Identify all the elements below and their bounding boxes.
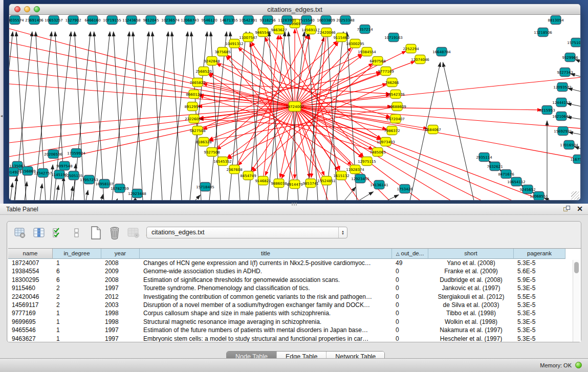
graph-node[interactable]: 9463627	[271, 26, 287, 34]
graph-node[interactable]: 15751074	[567, 38, 581, 47]
column-header-out_de[interactable]: △out_de...	[392, 249, 428, 259]
graph-node[interactable]: 23691406	[25, 16, 43, 25]
graph-node[interactable]: 14035574	[9, 16, 24, 25]
graph-node[interactable]: 20253348	[336, 16, 355, 25]
graph-node[interactable]: 9146821	[255, 177, 271, 185]
graph-node[interactable]: 18300295	[346, 39, 364, 48]
table-selector-dropdown[interactable]: citations_edges.txt ▲▼	[146, 227, 347, 238]
window-titlebar[interactable]: citations_edges.txt	[9, 4, 580, 15]
graph-node[interactable]: 13218506	[534, 28, 552, 37]
graph-node[interactable]: 5827508	[189, 126, 205, 135]
table-row[interactable]: 946362711997Embryonic stem cells: a mode…	[8, 335, 581, 342]
graph-node[interactable]: 2568520	[195, 67, 211, 76]
graph-node[interactable]: 23226058	[185, 115, 203, 123]
float-panel-icon[interactable]	[563, 206, 571, 213]
graph-node[interactable]: 12093572	[553, 83, 572, 92]
graph-node[interactable]: 8660123	[186, 90, 202, 99]
graph-node[interactable]: 11243658	[122, 16, 141, 25]
graph-node[interactable]: 17016504	[560, 141, 578, 149]
graph-node[interactable]: 9684067	[425, 125, 441, 134]
close-panel-icon[interactable]: ✕	[577, 205, 583, 213]
table-row[interactable]: 946554611997Estimation of the future num…	[8, 326, 581, 334]
graph-node[interactable]: 12444153	[552, 98, 571, 107]
graph-node[interactable]: 8471676	[498, 170, 514, 179]
graph-node[interactable]: 8912954	[184, 102, 201, 111]
graph-node[interactable]: 12975115	[358, 157, 376, 166]
panel-splitter-handle[interactable]	[292, 203, 297, 206]
graph-node[interactable]: 746266	[385, 78, 399, 87]
graph-node[interactable]: 9227343	[557, 68, 573, 77]
graph-node[interactable]: 14671355	[220, 16, 238, 25]
table-row[interactable]: 1830029562008Estimation of significance …	[8, 276, 581, 284]
graph-node[interactable]: 9097548	[56, 162, 72, 170]
table-row[interactable]: 1938455462009Genome-wide association stu…	[8, 267, 581, 275]
graph-node[interactable]: 9812045	[143, 16, 159, 25]
table-row[interactable]: 1456911722003Disruption of a novel membe…	[8, 301, 581, 309]
new-file-icon[interactable]	[89, 226, 102, 239]
column-header-pagerank[interactable]: pagerank	[514, 249, 565, 259]
graph-node[interactable]: 1327902	[65, 16, 81, 25]
column-header-year[interactable]: year	[101, 249, 140, 259]
deselect-all-icon[interactable]	[70, 226, 83, 239]
graph-node[interactable]: 11928374	[346, 165, 364, 174]
graph-node[interactable]: 7465822	[189, 78, 205, 87]
graph-node[interactable]: 10719155	[103, 16, 121, 25]
select-all-icon[interactable]	[51, 226, 64, 239]
graph-node[interactable]: 9318256	[259, 16, 276, 25]
graph-node[interactable]: 7986372	[384, 126, 400, 135]
graph-node[interactable]: 15692971	[554, 127, 572, 136]
graph-node[interactable]: 17359924	[67, 149, 85, 158]
graph-node[interactable]: 2935114	[476, 153, 492, 162]
graph-node[interactable]: 8454749	[240, 171, 256, 180]
graph-node[interactable]: 9886038	[271, 179, 287, 188]
graph-node[interactable]: 20206536	[44, 150, 62, 159]
graph-node[interactable]: 16033809	[317, 16, 335, 25]
table-settings-icon[interactable]	[13, 226, 27, 239]
graph-node[interactable]: 10236574	[161, 16, 180, 25]
graph-node[interactable]: 16210643	[552, 112, 571, 121]
table-row[interactable]: 969969511998Structural magnetic resonanc…	[8, 318, 581, 326]
table-row[interactable]: 2242004622012Investigating the contribut…	[8, 293, 581, 301]
column-header-title[interactable]: title	[140, 249, 392, 259]
graph-node[interactable]: 7632621	[487, 162, 503, 171]
graph-node[interactable]: 12923448	[128, 189, 146, 198]
graph-node[interactable]: 14136141	[370, 181, 388, 189]
graph-node[interactable]: 1753426	[397, 185, 413, 193]
graph-node[interactable]: 8215953	[539, 106, 555, 115]
graph-node[interactable]: 1167533	[570, 155, 581, 164]
table-scrollbar[interactable]	[573, 260, 580, 342]
graph-node[interactable]: 2367608	[226, 165, 242, 174]
table-row[interactable]: 1872400712008Changes of HCN gene express…	[8, 259, 581, 267]
table-row[interactable]: 977716911998Corpus callosum shape and si…	[8, 309, 581, 317]
graph-node[interactable]: 9465546	[255, 28, 271, 37]
graph-node[interactable]: 3875685	[214, 48, 230, 56]
graph-node[interactable]: 12923455	[351, 174, 369, 183]
graph-node[interactable]: 10719163	[384, 33, 403, 42]
graph-node[interactable]: 12074046	[411, 55, 429, 64]
column-header-in_degree[interactable]: in_degree	[53, 249, 101, 259]
delete-selected-icon[interactable]	[108, 226, 121, 239]
column-header-name[interactable]: name	[8, 249, 53, 259]
graph-node[interactable]: 16720407	[386, 115, 405, 123]
graph-node[interactable]: 9546120	[201, 16, 217, 25]
graph-node[interactable]: 6466160	[84, 16, 100, 25]
scrollbar-thumb[interactable]	[574, 262, 579, 273]
graph-node[interactable]: 9853741	[302, 179, 318, 188]
graph-node[interactable]: 7357214	[357, 25, 373, 34]
left-panel-divider[interactable]: ◂	[0, 0, 4, 204]
graph-node[interactable]: 8813054	[548, 16, 564, 25]
graph-node[interactable]: 10542391	[239, 16, 257, 25]
graph-node[interactable]: 10653257	[45, 16, 63, 25]
column-header-short[interactable]: short	[428, 249, 514, 259]
graph-node[interactable]: 9329966	[562, 53, 578, 62]
table-row[interactable]: 911546021997Tourette syndrome. Phenomeno…	[8, 284, 581, 292]
graph-node[interactable]: 10654112	[507, 178, 526, 186]
graph-hub-node[interactable]: 18724007	[286, 102, 304, 112]
window-resize-grip[interactable]	[571, 191, 579, 200]
graph-node[interactable]: 12068743	[181, 16, 199, 25]
graph-node[interactable]: 15718485	[196, 183, 214, 191]
graph-node[interactable]: 16648784	[432, 48, 451, 56]
graph-node[interactable]: 10491312	[225, 39, 244, 48]
network-graph[interactable]: 1068860916720407798637210973493748506312…	[9, 15, 581, 201]
graph-node[interactable]: 10688609	[388, 102, 406, 111]
